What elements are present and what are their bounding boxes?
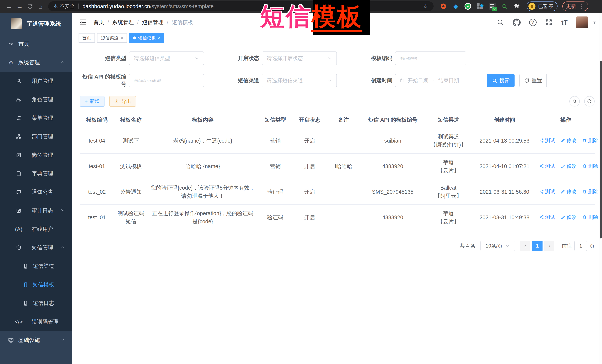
browser-forward-icon[interactable]: →	[14, 1, 25, 11]
edit-action[interactable]: 修改	[561, 213, 577, 221]
delete-action[interactable]: 删除	[582, 136, 598, 145]
search-button[interactable]: 搜索	[487, 74, 515, 87]
extensions-puzzle-icon[interactable]	[513, 3, 520, 10]
channel-select[interactable]: 请选择短信渠道	[262, 74, 337, 87]
fullscreen-icon[interactable]	[545, 19, 553, 26]
export-button[interactable]: 导出	[109, 96, 136, 107]
delete-action[interactable]: 删除	[582, 162, 598, 170]
bookmark-star-icon[interactable]: ☆	[423, 3, 428, 10]
sidebar-item-sms-log[interactable]: 短信日志	[0, 294, 72, 312]
browser-back-icon[interactable]: ←	[4, 1, 14, 11]
status-select[interactable]: 请选择开启状态	[262, 52, 337, 65]
refresh-table-button[interactable]	[584, 96, 595, 106]
delete-action[interactable]: 删除	[582, 187, 598, 196]
security-warning-icon[interactable]: ⚠ 不安全	[53, 3, 75, 10]
test-action[interactable]: 测试	[539, 136, 555, 145]
monitor-icon	[8, 337, 14, 344]
prev-page-button[interactable]: ‹	[520, 241, 530, 251]
sms-type-select[interactable]: 请选择短信类型	[129, 52, 204, 65]
add-button[interactable]: + 新增	[80, 96, 105, 107]
close-icon[interactable]: ×	[158, 36, 161, 40]
browser-home-icon[interactable]: ⌂	[35, 1, 46, 11]
sidebar-item-notice[interactable]: 通知公告	[0, 183, 72, 201]
api-template-id-input[interactable]	[129, 74, 204, 87]
chevron-down-icon	[194, 56, 199, 61]
page-size-select[interactable]: 10条/页	[480, 241, 515, 251]
create-time-range-picker[interactable]: 开始日期 - 结束日期	[395, 74, 466, 87]
search-icon[interactable]	[496, 19, 504, 26]
sidebar-item-users[interactable]: 用户管理	[0, 72, 72, 90]
create-time-label: 创建时间	[337, 77, 392, 84]
breadcrumb-home[interactable]: 首页	[93, 19, 104, 26]
profile-emoji-icon: ☻	[528, 3, 536, 10]
tab-sms-channel[interactable]: 短信渠道 ×	[97, 33, 127, 43]
extension-search-icon[interactable]	[501, 3, 508, 10]
browser-reload-icon[interactable]	[25, 1, 35, 11]
edit-action[interactable]: 修改	[561, 136, 577, 145]
browser-profile-chip[interactable]: ☻ 已暂停	[527, 1, 558, 11]
reset-button[interactable]: 重置	[519, 74, 547, 87]
user-avatar[interactable]	[576, 16, 588, 28]
sidebar-item-dict[interactable]: 字典管理	[0, 164, 72, 183]
page-scrollbar[interactable]	[599, 13, 602, 364]
browser-menu-icon[interactable]: ⋮	[579, 3, 585, 10]
extension-list-icon[interactable]: on	[489, 3, 496, 10]
toggle-search-button[interactable]	[570, 96, 580, 106]
test-action[interactable]: 测试	[539, 162, 555, 170]
sidebar-logo-row[interactable]: 芋道管理系统	[0, 13, 72, 35]
extension-gem-icon[interactable]: ◆	[452, 3, 459, 10]
tab-home[interactable]: 首页	[79, 33, 95, 43]
test-action[interactable]: 测试	[539, 187, 555, 196]
sidebar-item-sms[interactable]: 短信管理	[0, 239, 72, 257]
sms-template-table: 模板编码 模板名称 模板内容 短信类型 开启状态 备注 短信 API 的模板编号…	[80, 112, 595, 230]
sidebar-item-posts[interactable]: 岗位管理	[0, 146, 72, 164]
book-icon	[15, 170, 22, 177]
edit-action[interactable]: 修改	[561, 187, 577, 196]
edit-log-icon	[15, 207, 22, 214]
avatar-caret-down-icon[interactable]: ▾	[593, 20, 596, 25]
font-size-icon[interactable]: tT	[561, 19, 568, 26]
extension-grid-icon[interactable]: ◆	[477, 3, 484, 10]
share-icon	[539, 138, 544, 143]
trash-icon	[582, 164, 587, 168]
current-page-button[interactable]: 1	[532, 241, 543, 251]
test-action[interactable]: 测试	[539, 213, 555, 221]
refresh-icon	[587, 99, 592, 104]
sidebar-item-roles[interactable]: 角色管理	[0, 90, 72, 109]
sidebar-item-sms-channel[interactable]: 短信渠道	[0, 257, 72, 275]
tab-sms-template[interactable]: 短信模板 ×	[129, 33, 164, 43]
next-page-button[interactable]: ›	[544, 241, 554, 251]
template-code-input[interactable]	[395, 52, 466, 65]
browser-update-button[interactable]: 更新 ⋮	[562, 1, 588, 11]
mobile-phone-icon	[22, 281, 29, 288]
delete-action[interactable]: 删除	[582, 213, 598, 221]
sidebar-item-error-code[interactable]: </> 错误码管理	[0, 312, 72, 331]
sidebar-item-sms-template[interactable]: 短信模板	[0, 275, 72, 294]
sidebar-item-audit-log[interactable]: 审计日志	[0, 201, 72, 220]
shield-check-icon	[15, 244, 22, 251]
sidebar-item-home[interactable]: 首页	[0, 35, 72, 53]
sidebar-item-infrastructure[interactable]: 基础设施	[0, 331, 72, 350]
address-bar[interactable]: ⚠ 不安全 dashboard.yudao.iocoder.cn/system/…	[48, 1, 434, 11]
template-code-field[interactable]	[400, 57, 462, 60]
extension-orange-icon[interactable]	[440, 3, 447, 10]
sidebar-collapse-icon[interactable]	[79, 18, 87, 27]
breadcrumb-system[interactable]: 系统管理	[112, 19, 134, 26]
scrollbar-thumb[interactable]	[600, 61, 602, 239]
page-unit-label: 页	[590, 242, 595, 249]
breadcrumb-sms[interactable]: 短信管理	[142, 19, 163, 26]
dashboard-icon	[8, 41, 14, 47]
sidebar-item-departments[interactable]: 部门管理	[0, 127, 72, 146]
help-icon[interactable]: ?	[529, 19, 537, 26]
extension-y-icon[interactable]: y	[464, 3, 471, 10]
sidebar-item-menus[interactable]: 菜单管理	[0, 109, 72, 127]
github-icon[interactable]	[513, 19, 521, 26]
calendar-icon	[400, 78, 405, 83]
goto-page-input[interactable]	[574, 241, 587, 251]
sidebar-item-system[interactable]: ⚙ 系统管理	[0, 53, 72, 72]
edit-action[interactable]: 修改	[561, 162, 577, 170]
close-icon[interactable]: ×	[121, 36, 123, 40]
api-template-id-field[interactable]	[134, 79, 199, 82]
sidebar-item-online-users[interactable]: (A) 在线用户	[0, 220, 72, 239]
security-label: 不安全	[60, 3, 75, 10]
